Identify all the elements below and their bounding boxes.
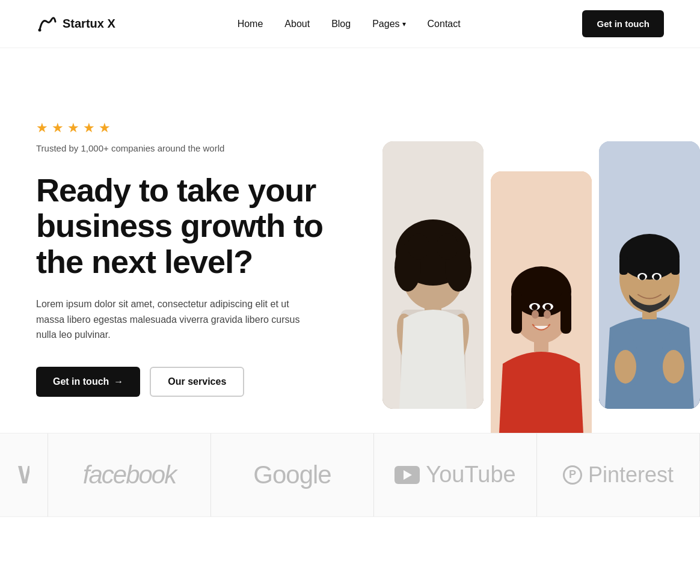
hero-image-3: [599, 141, 700, 409]
nav-about[interactable]: About: [284, 19, 310, 29]
youtube-icon: [395, 466, 420, 484]
nav-blog[interactable]: Blog: [331, 19, 351, 29]
pinterest-wrap: P Pinterest: [563, 462, 674, 488]
star-4: ★: [83, 120, 95, 136]
star-1: ★: [36, 120, 48, 136]
svg-point-0: [38, 28, 41, 31]
svg-point-27: [619, 234, 680, 280]
nav-cta-button[interactable]: Get in touch: [582, 10, 664, 37]
nav-links: Home About Blog Pages ▾ Contact: [238, 19, 461, 29]
brand-partial-label: W: [18, 461, 29, 489]
person-image-2: [491, 171, 592, 433]
hero-image-1: [382, 141, 484, 409]
nav-home[interactable]: Home: [238, 19, 263, 29]
star-3: ★: [67, 120, 79, 136]
svg-point-9: [437, 233, 458, 260]
nav-contact[interactable]: Contact: [428, 19, 461, 29]
person-image-3: [599, 141, 700, 409]
svg-point-18: [532, 310, 539, 319]
nav-pages[interactable]: Pages ▾: [372, 19, 405, 29]
get-in-touch-button[interactable]: Get in touch →: [36, 367, 140, 397]
facebook-label: facebook: [83, 461, 176, 489]
svg-point-37: [663, 350, 684, 384]
brands-inner: W facebook Google YouTube P Pinterest: [0, 433, 700, 517]
brand-facebook[interactable]: facebook: [48, 433, 211, 517]
hero-section: ★ ★ ★ ★ ★ Trusted by 1,000+ companies ar…: [0, 48, 700, 433]
arrow-right-icon: →: [114, 376, 123, 387]
svg-point-36: [615, 350, 636, 384]
navbar: Startux X Home About Blog Pages ▾ Contac…: [0, 0, 700, 48]
brand-partial-left: W: [0, 433, 48, 517]
hero-image-2: [491, 171, 592, 433]
trust-text: Trusted by 1,000+ companies around the w…: [36, 143, 361, 153]
hero-headline: Ready to take your business growth to th…: [36, 173, 361, 280]
svg-point-8: [408, 233, 429, 260]
svg-point-23: [545, 304, 551, 310]
our-services-button[interactable]: Our services: [150, 367, 244, 397]
youtube-play-icon: [404, 470, 412, 480]
svg-point-31: [639, 274, 645, 280]
logo[interactable]: Startux X: [36, 13, 115, 35]
chevron-down-icon: ▾: [402, 20, 406, 28]
pinterest-label: Pinterest: [588, 462, 674, 488]
hero-content: ★ ★ ★ ★ ★ Trusted by 1,000+ companies ar…: [36, 96, 361, 397]
google-label: Google: [253, 461, 331, 489]
svg-rect-29: [671, 257, 680, 275]
hero-images: [382, 96, 700, 433]
logo-text: Startux X: [63, 17, 115, 31]
youtube-wrap: YouTube: [395, 462, 515, 488]
hero-body: Lorem ipsum dolor sit amet, consectetur …: [36, 296, 313, 343]
hero-buttons: Get in touch → Our services: [36, 367, 361, 397]
star-rating: ★ ★ ★ ★ ★: [36, 120, 361, 136]
star-2: ★: [52, 120, 64, 136]
brand-pinterest[interactable]: P Pinterest: [537, 433, 700, 517]
youtube-label: YouTube: [426, 462, 515, 488]
svg-rect-28: [619, 257, 628, 275]
svg-rect-17: [560, 292, 571, 334]
brand-youtube[interactable]: YouTube: [374, 433, 537, 517]
svg-rect-16: [511, 292, 522, 334]
pinterest-icon: P: [563, 465, 582, 485]
star-5: ★: [99, 120, 111, 136]
brands-strip: W facebook Google YouTube P Pinterest: [0, 433, 700, 517]
brand-google[interactable]: Google: [211, 433, 374, 517]
svg-point-33: [654, 274, 660, 280]
person-image-1: [382, 141, 484, 409]
svg-point-21: [532, 304, 538, 310]
svg-point-19: [544, 310, 551, 319]
